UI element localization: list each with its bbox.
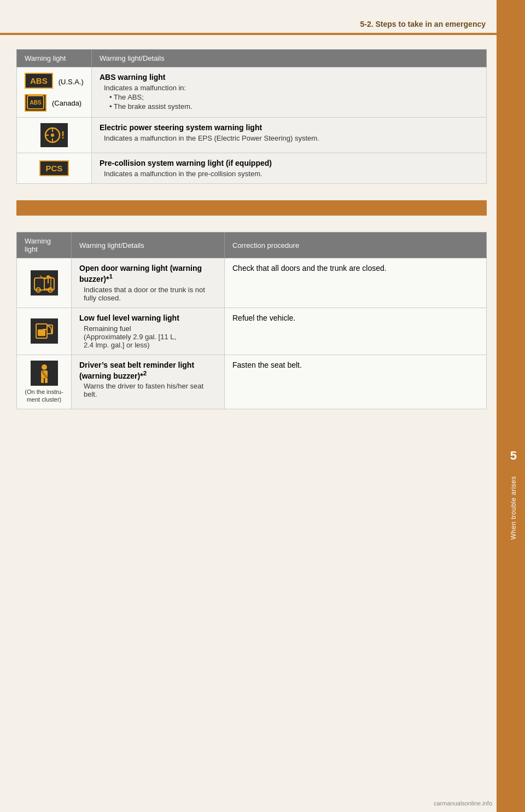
header-accent [0, 33, 497, 35]
abs-usa-line: ABS (U.S.A.) [25, 73, 84, 91]
svg-rect-26 [41, 378, 44, 383]
orange-divider [16, 200, 487, 216]
abs-body: Indicates a malfunction in: [104, 84, 479, 92]
fuel-title: Low fuel level warning light [79, 314, 217, 322]
abs-canada-icon: ABS [25, 94, 46, 112]
fuel-body: Remaining fuel (Approximately 2.9 gal. [… [84, 324, 217, 349]
abs-title: ABS warning light [100, 73, 479, 82]
watermark: carmanualsonline.info [434, 800, 492, 807]
second-table-col2: Warning light/Details [72, 233, 225, 258]
abs-canada-label: (Canada) [52, 99, 81, 107]
table-row: Open door warning light (warning buzzer)… [17, 258, 487, 308]
fuel-correction-cell: Refuel the vehicle. [225, 308, 487, 355]
fuel-warning-icon [31, 318, 58, 344]
main-content: Warning light Warning light/Details ABS … [16, 38, 487, 409]
door-icon-cell [17, 258, 72, 308]
svg-point-7 [51, 134, 54, 137]
svg-rect-27 [45, 378, 48, 383]
page-header: 5-2. Steps to take in an emergency [0, 0, 497, 33]
table-row: Low fuel level warning light Remaining f… [17, 308, 487, 355]
seatbelt-correction: Fasten the seat belt. [232, 361, 302, 369]
seatbelt-warning-icon [31, 361, 58, 386]
first-table-col1: Warning light [17, 50, 92, 67]
fuel-icon-cell [17, 308, 72, 355]
seatbelt-icon-label: (On the instru-ment cluster) [25, 388, 63, 404]
first-table-col2: Warning light/Details [91, 50, 486, 67]
door-correction: Check that all doors and the trunk are c… [232, 264, 387, 272]
abs-icons: ABS (U.S.A.) ABS (Canada) [25, 73, 84, 112]
seatbelt-icon-cell: (On the instru-ment cluster) [17, 355, 72, 409]
pcs-title: Pre-collision system warning light (if e… [100, 159, 479, 167]
pcs-icon-cell: PCS [17, 153, 92, 184]
second-table-col1: Warning light [17, 233, 72, 258]
svg-text:ABS: ABS [30, 100, 41, 106]
pcs-body: Indicates a malfunction in the pre-colli… [104, 170, 479, 178]
sidebar-number: 5 [510, 449, 517, 463]
door-detail-cell: Open door warning light (warning buzzer)… [72, 258, 225, 308]
door-correction-cell: Check that all doors and the trunk are c… [225, 258, 487, 308]
eps-icon: ! [40, 123, 68, 147]
first-table: Warning light Warning light/Details ABS … [16, 49, 487, 184]
seatbelt-correction-cell: Fasten the seat belt. [225, 355, 487, 409]
pcs-icon: PCS [39, 160, 69, 176]
seatbelt-detail-cell: Driver’s seat belt reminder light (warni… [72, 355, 225, 409]
seatbelt-body: Warns the driver to fasten his/her seat … [84, 382, 217, 398]
svg-point-14 [46, 275, 50, 279]
seatbelt-title: Driver’s seat belt reminder light (warni… [79, 361, 217, 380]
abs-usa-icon: ABS [25, 73, 53, 89]
sidebar-text: When trouble arises [510, 476, 517, 540]
abs-bullet-2: • The brake assist system. [109, 102, 479, 111]
eps-detail-cell: Electric power steering system warning l… [91, 118, 486, 153]
header-title: 5-2. Steps to take in an emergency [360, 20, 486, 28]
abs-usa-label: (U.S.A.) [59, 78, 84, 86]
second-table-col3: Correction procedure [225, 233, 487, 258]
svg-rect-18 [38, 329, 45, 336]
eps-body: Indicates a malfunction in the EPS (Elec… [104, 134, 479, 142]
fuel-detail-cell: Low fuel level warning light Remaining f… [72, 308, 225, 355]
abs-canada-line: ABS (Canada) [25, 94, 81, 112]
abs-detail-cell: ABS warning light Indicates a malfunctio… [91, 67, 486, 118]
door-title: Open door warning light (warning buzzer)… [79, 264, 217, 283]
table-row: PCS Pre-collision system warning light (… [17, 153, 487, 184]
second-table: Warning light Warning light/Details Corr… [16, 232, 487, 409]
svg-text:!: ! [61, 130, 65, 141]
eps-title: Electric power steering system warning l… [100, 123, 479, 132]
pcs-detail-cell: Pre-collision system warning light (if e… [91, 153, 486, 184]
eps-icon-cell: ! [17, 118, 92, 153]
fuel-correction: Refuel the vehicle. [232, 314, 295, 322]
right-sidebar: 5 When trouble arises [497, 0, 525, 812]
abs-bullet-1: • The ABS; [109, 93, 479, 101]
table-row: ! Electric power steering system warning… [17, 118, 487, 153]
svg-point-22 [42, 364, 47, 370]
table-row: (On the instru-ment cluster) Driver’s se… [17, 355, 487, 409]
door-body: Indicates that a door or the trunk is no… [84, 286, 217, 302]
table-row: ABS (U.S.A.) ABS (Canada) [17, 67, 487, 118]
door-warning-icon [31, 270, 58, 295]
abs-icon-cell: ABS (U.S.A.) ABS (Canada) [17, 67, 92, 118]
